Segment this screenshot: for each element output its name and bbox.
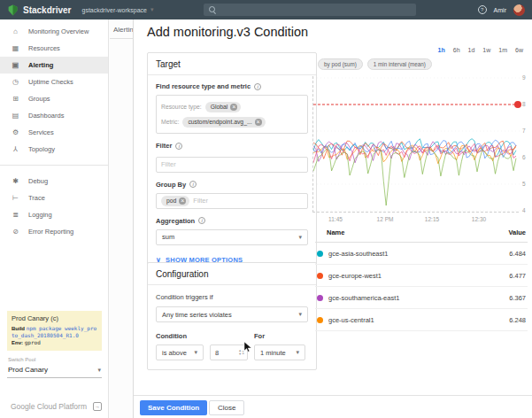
sidebar-item-label: Debug — [28, 177, 48, 185]
gcp-label: Google Cloud Platform — [11, 402, 87, 411]
condition-row-labels: Condition For — [156, 332, 308, 341]
chevron-down-icon: ▾ — [150, 6, 154, 13]
target-card-body: Find resource type and metric i Resource… — [148, 75, 316, 273]
table-row[interactable]: gce-us-central1 6.248 — [315, 309, 528, 331]
group-by-label-text: Group By — [156, 181, 186, 189]
search-input[interactable] — [217, 7, 416, 13]
close-button[interactable]: Close — [209, 400, 244, 415]
filter-input[interactable] — [156, 157, 308, 173]
threshold-input[interactable] — [212, 349, 231, 357]
help-icon[interactable]: ? — [478, 5, 487, 14]
sidebar-item-logging[interactable]: ≣Logging — [0, 206, 108, 223]
chart-chip-interval[interactable]: 1 min interval (mean) — [367, 58, 432, 70]
y-tick: 5 — [522, 181, 532, 187]
debug-icon: ✱ — [11, 177, 20, 185]
configuration-card: Configuration Condition triggers if Any … — [147, 262, 317, 370]
series-color-dot — [317, 273, 323, 279]
sidebar-item-label: Uptime Checks — [28, 78, 73, 86]
sidebar-item-resources[interactable]: ▦Resources — [0, 40, 108, 57]
sidebar-item-services[interactable]: ⚙Services — [0, 124, 108, 141]
save-condition-button[interactable]: Save Condition — [140, 400, 207, 415]
time-range-1d[interactable]: 1d — [468, 47, 475, 53]
sidebar-item-uptime-checks[interactable]: ◷Uptime Checks — [0, 74, 108, 90]
sidebar-item-label: Logging — [28, 211, 52, 219]
info-icon[interactable]: i — [254, 83, 261, 90]
for-select[interactable]: 1 minute ▾ — [254, 344, 305, 360]
info-icon[interactable]: i — [175, 143, 182, 150]
stepper-hint: 1 — [242, 350, 244, 355]
sidebar-item-trace[interactable]: ⊢Trace — [0, 190, 108, 206]
aggregation-value: sum — [162, 233, 174, 241]
alerting-icon: ▣ — [11, 61, 20, 69]
group-by-chip[interactable]: pod × — [161, 196, 189, 206]
y-tick: 9 — [522, 74, 532, 81]
group-by-label: Group By i — [156, 181, 308, 189]
underlying-page: Alerting — [110, 19, 133, 418]
group-by-input[interactable]: pod × Filter — [156, 193, 308, 209]
y-tick: 8 — [522, 101, 532, 107]
canary-env: Env: gprod — [12, 339, 97, 346]
table-row[interactable]: gce-europe-west1 6.477 — [315, 265, 528, 287]
remove-icon[interactable]: × — [255, 119, 262, 126]
topology-icon: ⅄ — [11, 145, 20, 153]
info-icon[interactable]: i — [198, 217, 205, 224]
quantity-stepper[interactable]: ▴▾ 1 — [239, 349, 244, 355]
sidebar-item-label: Dashboards — [28, 112, 64, 120]
resource-type-chip[interactable]: Global × — [205, 102, 242, 112]
series-value: 6.484 — [509, 250, 528, 258]
sidebar-item-topology[interactable]: ⅄Topology — [0, 141, 108, 158]
remove-icon[interactable]: × — [179, 197, 186, 205]
build-label: Build — [12, 326, 25, 331]
series-color-dot — [317, 317, 323, 323]
sidebar-divider — [0, 165, 108, 166]
brand-name: Stackdriver — [23, 5, 71, 15]
time-range-6w[interactable]: 6w — [515, 47, 523, 53]
sidebar-item-alerting[interactable]: ▣Alerting — [0, 57, 108, 74]
time-range-6h[interactable]: 6h — [453, 47, 460, 53]
sidebar-item-groups[interactable]: ⊞Groups — [0, 90, 108, 107]
avatar[interactable] — [513, 4, 525, 16]
filter-label: Filter i — [156, 142, 308, 150]
canary-panel: Prod Canary (c) Build npm package weekly… — [7, 311, 102, 378]
sidebar-item-error-reporting[interactable]: ⊘Error Reporting — [0, 223, 108, 240]
remove-icon[interactable]: × — [230, 104, 237, 111]
aggregation-select[interactable]: sum ▾ — [156, 229, 308, 245]
triggers-select[interactable]: Any time series violates ▾ — [156, 306, 308, 322]
threshold-drag-handle[interactable] — [514, 101, 521, 108]
target-card-title: Target — [148, 53, 316, 75]
chip-text: Global — [211, 104, 228, 110]
canary-box: Prod Canary (c) Build npm package weekly… — [7, 311, 102, 351]
time-range-1w[interactable]: 1w — [482, 47, 490, 53]
series-name: gce-us-central1 — [328, 316, 509, 324]
time-range-1m[interactable]: 1m — [498, 47, 507, 53]
uptime-checks-icon: ◷ — [11, 78, 20, 86]
timeseries-chart[interactable] — [312, 76, 519, 213]
exit-to-app-icon[interactable]: → — [93, 402, 102, 411]
x-tick: 12 PM — [377, 216, 394, 222]
series-color-dot — [317, 295, 323, 301]
threshold-input-wrap: ▴▾ 1 — [210, 344, 248, 360]
time-range-1h[interactable]: 1h — [438, 47, 445, 53]
chevron-down-icon: ▾ — [194, 349, 197, 356]
aggregation-label-text: Aggregation — [156, 217, 195, 225]
table-row[interactable]: gce-southamerica-east1 6.367 — [315, 287, 528, 309]
chart-chip-by-pod[interactable]: by pod (sum) — [318, 58, 363, 70]
x-tick: 11:45 — [328, 216, 343, 222]
sidebar-item-label: Trace — [28, 194, 45, 202]
table-row[interactable]: gce-asia-southeast1 6.484 — [315, 243, 528, 265]
y-tick: 4 — [522, 207, 532, 213]
series-color-dot — [317, 251, 323, 257]
workspace-selector[interactable]: gstackdriver-workspace ▾ — [81, 6, 153, 13]
stepper-arrows-icon[interactable]: ▴▾ — [239, 349, 241, 355]
condition-select[interactable]: is above ▾ — [156, 344, 204, 360]
resource-metric-box[interactable]: Resource type: Global × Metric: custom/e… — [156, 95, 308, 134]
chevron-down-icon: ▾ — [298, 234, 302, 241]
sidebar-item-monitoring-overview[interactable]: ⌂Monitoring Overview — [0, 23, 108, 40]
metric-chip[interactable]: custom/endpoint.avg_... × — [182, 117, 265, 128]
global-search[interactable] — [204, 4, 416, 16]
dashboards-icon: ▤ — [11, 112, 20, 120]
sidebar-item-dashboards[interactable]: ▤Dashboards — [0, 107, 108, 124]
sidebar-item-debug[interactable]: ✱Debug — [0, 173, 108, 190]
info-icon[interactable]: i — [189, 181, 197, 188]
switch-pool-select[interactable]: Prod Canary ▾ — [7, 364, 102, 378]
